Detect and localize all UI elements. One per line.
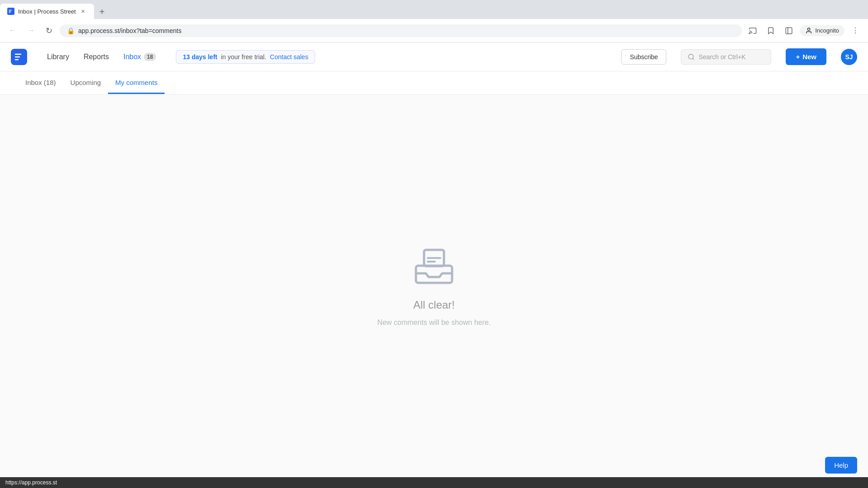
incognito-label: Incognito <box>815 27 839 34</box>
library-nav-link[interactable]: Library <box>42 49 75 65</box>
reload-button[interactable]: ↻ <box>42 23 56 38</box>
svg-rect-2 <box>786 28 792 34</box>
search-placeholder: Search or Ctrl+K <box>698 53 745 61</box>
logo[interactable] <box>11 49 27 65</box>
trial-banner: 13 days left in your free trial. Contact… <box>176 50 315 64</box>
status-bar: https://app.process.st <box>0 477 868 488</box>
logo-icon <box>11 49 27 65</box>
tab-my-comments[interactable]: My comments <box>108 72 165 94</box>
nav-links: Library Reports Inbox 18 <box>42 49 161 65</box>
tab-inbox-label: Inbox (18) <box>25 79 56 86</box>
library-label: Library <box>47 53 69 61</box>
tab-title: Inbox | Process Street <box>18 8 76 15</box>
search-bar[interactable]: Search or Ctrl+K <box>681 49 771 65</box>
reports-nav-link[interactable]: Reports <box>78 49 114 65</box>
reports-label: Reports <box>84 53 109 61</box>
incognito-button[interactable]: Incognito <box>800 25 844 36</box>
address-bar[interactable]: 🔒 app.process.st/inbox?tab=comments <box>60 24 742 37</box>
address-url: app.process.st/inbox?tab=comments <box>78 27 181 34</box>
subscribe-button[interactable]: Subscribe <box>621 49 666 65</box>
top-nav: Library Reports Inbox 18 13 days left in… <box>0 42 868 71</box>
tab-favicon <box>7 8 14 15</box>
empty-state-subtitle: New comments will be shown here. <box>377 319 491 327</box>
browser-actions: Incognito ⋮ <box>745 23 863 38</box>
lock-icon: 🔒 <box>67 27 75 34</box>
address-bar-row: ← → ↻ 🔒 app.process.st/inbox?tab=comment… <box>0 19 868 42</box>
main-content: All clear! New comments will be shown he… <box>0 95 868 477</box>
new-button[interactable]: + New <box>786 48 826 65</box>
new-plus-icon: + <box>796 53 800 61</box>
status-url: https://app.process.st <box>5 479 57 486</box>
forward-button[interactable]: → <box>24 23 38 38</box>
inbox-count-badge: 18 <box>144 53 156 61</box>
search-icon <box>688 53 695 61</box>
tab-my-comments-label: My comments <box>115 79 157 86</box>
trial-days-left: 13 days left <box>183 53 217 61</box>
app: Library Reports Inbox 18 13 days left in… <box>0 42 868 477</box>
svg-point-1 <box>749 33 750 34</box>
new-tab-button[interactable]: + <box>96 5 108 19</box>
tab-close-button[interactable]: × <box>80 8 87 15</box>
tab-upcoming[interactable]: Upcoming <box>63 72 108 94</box>
empty-state-title: All clear! <box>413 299 455 311</box>
contact-sales-link[interactable]: Contact sales <box>270 53 308 61</box>
sidebar-icon[interactable] <box>782 23 796 38</box>
svg-point-5 <box>689 54 693 59</box>
help-button[interactable]: Help <box>825 457 857 474</box>
avatar-initials: SJ <box>845 53 853 61</box>
cast-icon[interactable] <box>745 23 760 38</box>
tabs-row: Inbox (18) Upcoming My comments <box>0 71 868 95</box>
new-label: New <box>802 53 816 61</box>
chrome-menu-button[interactable]: ⋮ <box>848 23 863 38</box>
bookmark-icon[interactable] <box>764 23 778 38</box>
empty-inbox-icon <box>411 245 457 288</box>
svg-point-3 <box>808 28 810 30</box>
inbox-label: Inbox <box>123 53 141 61</box>
tab-inbox[interactable]: Inbox (18) <box>18 72 63 94</box>
tab-bar: Inbox | Process Street × + <box>0 0 868 19</box>
tab-upcoming-label: Upcoming <box>71 79 101 86</box>
inbox-nav-link[interactable]: Inbox 18 <box>118 49 162 65</box>
back-button[interactable]: ← <box>5 23 20 38</box>
active-tab: Inbox | Process Street × <box>0 4 94 19</box>
avatar[interactable]: SJ <box>841 49 857 65</box>
trial-remaining-text: in your free trial. <box>221 53 266 61</box>
